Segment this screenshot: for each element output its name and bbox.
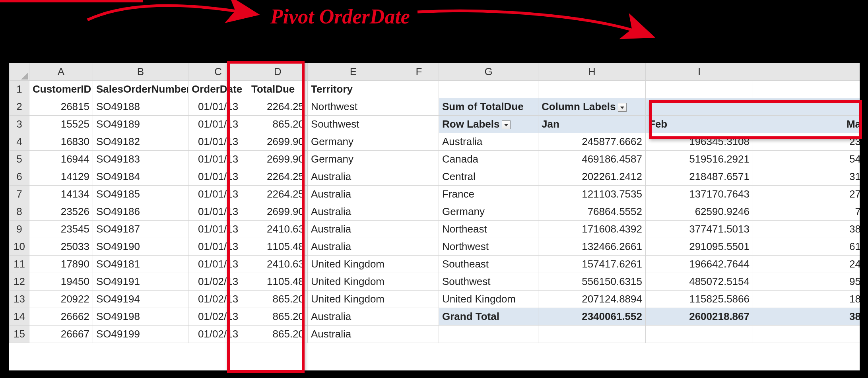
- cell-totaldue[interactable]: 865.20: [248, 326, 308, 343]
- pivot-row-label[interactable]: Northwest: [439, 238, 538, 256]
- cell-customerid[interactable]: 17890: [29, 256, 93, 273]
- cell-totaldue[interactable]: 2410.63: [248, 256, 308, 273]
- cell-empty[interactable]: [646, 81, 753, 98]
- cell-orderdate[interactable]: 01/02/13: [188, 326, 248, 343]
- col-header-E[interactable]: E: [308, 63, 399, 81]
- col-header-C[interactable]: C: [188, 63, 248, 81]
- pivot-value-cut[interactable]: 95: [753, 273, 863, 291]
- dropdown-icon[interactable]: [618, 103, 627, 112]
- pivot-value-feb[interactable]: 196642.7644: [646, 256, 753, 273]
- pivot-value-jan[interactable]: 121103.7535: [538, 186, 646, 203]
- pivot-value-jan[interactable]: 171608.4392: [538, 221, 646, 238]
- row-header-5[interactable]: 5: [10, 151, 29, 168]
- row-header-1[interactable]: 1: [10, 81, 29, 98]
- pivot-value-feb[interactable]: 377471.5013: [646, 221, 753, 238]
- cell-territory[interactable]: Australia: [308, 186, 399, 203]
- column-header-row[interactable]: A B C D E F G H I: [10, 63, 863, 81]
- cell-customerid[interactable]: 14134: [29, 186, 93, 203]
- pivot-value-jan[interactable]: 157417.6261: [538, 256, 646, 273]
- cell-territory[interactable]: Southwest: [308, 116, 399, 133]
- pivot-value-jan[interactable]: 207124.8894: [538, 291, 646, 308]
- pivot-value-cut[interactable]: 7: [753, 203, 863, 221]
- row-header-15[interactable]: 15: [10, 326, 29, 343]
- cell-orderdate[interactable]: 01/01/13: [188, 168, 248, 186]
- table-row[interactable]: 1426662SO4919801/02/13865.20AustraliaGra…: [10, 308, 863, 326]
- spreadsheet-grid[interactable]: A B C D E F G H I 1CustomerIDSalesOrderN…: [9, 63, 863, 343]
- table-row[interactable]: 923545SO4918701/01/132410.63AustraliaNor…: [10, 221, 863, 238]
- pivot-value-jan[interactable]: 202261.2412: [538, 168, 646, 186]
- pivot-grand-total-label[interactable]: Grand Total: [439, 308, 538, 326]
- pivot-value-cut[interactable]: 24: [753, 256, 863, 273]
- col-header-G[interactable]: G: [439, 63, 538, 81]
- table-row[interactable]: 614129SO4918401/01/132264.25AustraliaCen…: [10, 168, 863, 186]
- row-header-11[interactable]: 11: [10, 256, 29, 273]
- cell-salesordernumber[interactable]: SO49184: [93, 168, 188, 186]
- cell-empty[interactable]: [399, 273, 439, 291]
- row-header-2[interactable]: 2: [10, 98, 29, 116]
- cell-totaldue[interactable]: 2699.90: [248, 203, 308, 221]
- table-row[interactable]: 1117890SO4918101/01/132410.63United King…: [10, 256, 863, 273]
- pivot-row-label[interactable]: Australia: [439, 133, 538, 151]
- pivot-value-feb[interactable]: 291095.5501: [646, 238, 753, 256]
- col-header-I[interactable]: I: [646, 63, 753, 81]
- cell-customerid[interactable]: 26662: [29, 308, 93, 326]
- pivot-sum-of-label[interactable]: Sum of TotalDue: [439, 98, 538, 116]
- cell-totaldue[interactable]: 865.20: [248, 308, 308, 326]
- cell-orderdate[interactable]: 01/01/13: [188, 238, 248, 256]
- cell-orderdate[interactable]: 01/01/13: [188, 221, 248, 238]
- pivot-value-feb[interactable]: 62590.9246: [646, 203, 753, 221]
- cell-empty[interactable]: [753, 326, 863, 343]
- pivot-grand-total-feb[interactable]: 2600218.867: [646, 308, 753, 326]
- cell-empty[interactable]: [646, 98, 753, 116]
- row-header-3[interactable]: 3: [10, 116, 29, 133]
- cell-empty[interactable]: [399, 203, 439, 221]
- pivot-value-cut[interactable]: 18: [753, 291, 863, 308]
- col-header-B[interactable]: B: [93, 63, 188, 81]
- pivot-value-feb[interactable]: 519516.2921: [646, 151, 753, 168]
- table-row[interactable]: 823526SO4918601/01/132699.90AustraliaGer…: [10, 203, 863, 221]
- cell-empty[interactable]: [399, 168, 439, 186]
- row-header-8[interactable]: 8: [10, 203, 29, 221]
- table-row[interactable]: 1526667SO4919901/02/13865.20Australia: [10, 326, 863, 343]
- cell-empty[interactable]: [399, 186, 439, 203]
- cell-customerid[interactable]: 15525: [29, 116, 93, 133]
- cell-customerid[interactable]: 16944: [29, 151, 93, 168]
- pivot-row-label[interactable]: Central: [439, 168, 538, 186]
- cell-totaldue[interactable]: 865.20: [248, 291, 308, 308]
- cell-empty[interactable]: [399, 151, 439, 168]
- cell-orderdate[interactable]: 01/02/13: [188, 273, 248, 291]
- cell-empty[interactable]: [399, 81, 439, 98]
- table-row[interactable]: 516944SO4918301/01/132699.90GermanyCanad…: [10, 151, 863, 168]
- cell-salesordernumber[interactable]: SO49188: [93, 98, 188, 116]
- cell-salesordernumber[interactable]: SO49183: [93, 151, 188, 168]
- select-all-corner[interactable]: [10, 63, 29, 81]
- pivot-row-label[interactable]: Southwest: [439, 273, 538, 291]
- cell-territory[interactable]: Germany: [308, 133, 399, 151]
- pivot-value-feb[interactable]: 196345.3108: [646, 133, 753, 151]
- pivot-value-cut[interactable]: 31: [753, 168, 863, 186]
- cell-empty[interactable]: [399, 256, 439, 273]
- row-header-12[interactable]: 12: [10, 273, 29, 291]
- cell-header-salesordernumber[interactable]: SalesOrderNumber: [93, 81, 188, 98]
- cell-totaldue[interactable]: 2264.25: [248, 168, 308, 186]
- cell-customerid[interactable]: 26667: [29, 326, 93, 343]
- cell-totaldue[interactable]: 2410.63: [248, 221, 308, 238]
- cell-salesordernumber[interactable]: SO49199: [93, 326, 188, 343]
- cell-territory[interactable]: United Kingdom: [308, 291, 399, 308]
- row-header-7[interactable]: 7: [10, 186, 29, 203]
- cell-customerid[interactable]: 23545: [29, 221, 93, 238]
- cell-empty[interactable]: [439, 326, 538, 343]
- cell-empty[interactable]: [399, 221, 439, 238]
- cell-salesordernumber[interactable]: SO49190: [93, 238, 188, 256]
- cell-salesordernumber[interactable]: SO49194: [93, 291, 188, 308]
- cell-customerid[interactable]: 25033: [29, 238, 93, 256]
- pivot-value-cut[interactable]: 54: [753, 151, 863, 168]
- cell-totaldue[interactable]: 865.20: [248, 116, 308, 133]
- cell-orderdate[interactable]: 01/01/13: [188, 151, 248, 168]
- pivot-value-cut[interactable]: 38: [753, 221, 863, 238]
- pivot-row-label[interactable]: France: [439, 186, 538, 203]
- cell-territory[interactable]: Australia: [308, 168, 399, 186]
- cell-customerid[interactable]: 16830: [29, 133, 93, 151]
- cell-territory[interactable]: Australia: [308, 221, 399, 238]
- table-row[interactable]: 1025033SO4919001/01/131105.48AustraliaNo…: [10, 238, 863, 256]
